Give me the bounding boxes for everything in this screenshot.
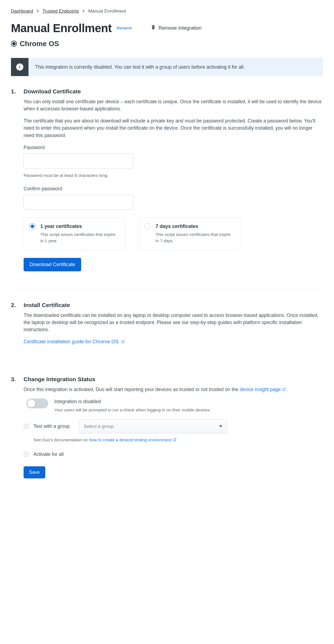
os-label: Chrome OS bbox=[20, 38, 59, 49]
os-subtitle: Chrome OS bbox=[11, 38, 323, 49]
install-guide-link-text: Certificate installation guide for Chrom… bbox=[24, 339, 118, 344]
breadcrumb-item-trusted-endpoints[interactable]: Trusted Endpoints bbox=[43, 8, 79, 15]
cert-option-desc: This script issues certificates that exp… bbox=[40, 231, 119, 244]
step2-para: The downloaded certificate can be instal… bbox=[24, 312, 323, 333]
password-hint: Password must be at least 8 characters l… bbox=[24, 172, 323, 179]
password-input[interactable] bbox=[24, 153, 133, 168]
step3-para-suffix: . bbox=[286, 387, 287, 392]
testing-doc-note: See Duo's documentation on how to create… bbox=[33, 437, 323, 443]
radio-activate-all[interactable] bbox=[24, 451, 29, 457]
chrome-os-icon bbox=[11, 41, 17, 47]
activate-all-label: Activate for all bbox=[33, 451, 64, 458]
breadcrumb-item-dashboard[interactable]: Dashboard bbox=[11, 8, 33, 15]
step1-para1: You can only install one certificate per… bbox=[24, 98, 323, 113]
group-select-placeholder: Select a group bbox=[84, 423, 114, 430]
chevron-right-icon bbox=[82, 8, 85, 14]
group-select[interactable]: Select a group bbox=[79, 419, 227, 434]
page-header: Manual Enrollment Rename Remove Integrat… bbox=[11, 19, 323, 37]
radio-1year[interactable] bbox=[29, 223, 35, 229]
activate-all-row: Activate for all bbox=[24, 451, 323, 458]
cert-option-7days[interactable]: 7 days certificates This script issues c… bbox=[139, 218, 240, 250]
step-1: 1. Download Certificate You can only ins… bbox=[11, 87, 323, 271]
step-heading: Install Certificate bbox=[24, 301, 323, 310]
step1-para2: The certificate that you are about to do… bbox=[24, 117, 323, 139]
confirm-password-input[interactable] bbox=[24, 195, 133, 210]
rename-link[interactable]: Rename bbox=[117, 25, 132, 31]
integration-toggle[interactable] bbox=[26, 398, 48, 408]
breadcrumb: Dashboard Trusted Endpoints Manual Enrol… bbox=[11, 8, 323, 15]
cert-option-title: 1 year certificates bbox=[40, 223, 119, 230]
trash-icon bbox=[151, 24, 156, 32]
step3-para: Once this integration is activated, Duo … bbox=[24, 386, 323, 393]
divider bbox=[11, 289, 323, 289]
device-insight-link-text: device insight page bbox=[240, 387, 281, 392]
page-title: Manual Enrollment bbox=[11, 19, 112, 37]
cert-option-1year[interactable]: 1 year certificates This script issues c… bbox=[24, 218, 125, 250]
step-2: 2. Install Certificate The downloaded ce… bbox=[11, 301, 323, 345]
radio-7days[interactable] bbox=[145, 223, 151, 229]
device-insight-link[interactable]: device insight page bbox=[240, 387, 286, 392]
caret-down-icon bbox=[219, 425, 222, 427]
integration-status-title: Integration is disabled bbox=[54, 398, 210, 405]
confirm-password-label: Confirm password bbox=[24, 185, 323, 192]
external-link-icon bbox=[173, 437, 177, 441]
cert-option-desc: This script issues certificates that exp… bbox=[155, 231, 234, 244]
install-guide-link[interactable]: Certificate installation guide for Chrom… bbox=[24, 339, 125, 344]
step-heading: Change Integration Status bbox=[24, 375, 323, 384]
info-icon-container: i bbox=[11, 58, 29, 76]
step-heading: Download Certificate bbox=[24, 87, 323, 96]
download-certificate-button[interactable]: Download Certificate bbox=[24, 258, 81, 271]
external-link-icon bbox=[121, 338, 125, 342]
info-icon: i bbox=[16, 63, 23, 71]
breadcrumb-current: Manual Enrollment bbox=[88, 8, 126, 15]
info-banner: i This integration is currently disabled… bbox=[11, 58, 323, 76]
external-link-icon bbox=[282, 386, 286, 390]
step-number: 2. bbox=[11, 301, 17, 345]
step-3: 3. Change Integration Status Once this i… bbox=[11, 375, 323, 478]
info-message: This integration is currently disabled. … bbox=[29, 58, 323, 76]
chevron-right-icon bbox=[36, 8, 39, 14]
integration-disabled-row: Integration is disabled Your users will … bbox=[26, 398, 323, 413]
remove-integration-button[interactable]: Remove Integration bbox=[151, 24, 202, 32]
cert-option-title: 7 days certificates bbox=[155, 223, 234, 230]
step3-para-prefix: Once this integration is activated, Duo … bbox=[24, 387, 240, 392]
divider bbox=[11, 363, 323, 363]
save-button[interactable]: Save bbox=[24, 466, 45, 478]
step-number: 1. bbox=[11, 87, 17, 271]
test-with-group-row: Test with a group Select a group bbox=[24, 419, 323, 434]
password-label: Password bbox=[24, 144, 323, 151]
remove-integration-label: Remove Integration bbox=[158, 24, 202, 32]
integration-status-desc: Your users will be prompted to run a che… bbox=[54, 407, 210, 413]
testing-env-link-text: how to create a desired testing environm… bbox=[89, 437, 172, 442]
test-group-label: Test with a group bbox=[33, 423, 70, 430]
testing-env-link[interactable]: how to create a desired testing environm… bbox=[89, 437, 177, 442]
certificate-duration-options: 1 year certificates This script issues c… bbox=[24, 218, 323, 250]
doc-note-prefix: See Duo's documentation on bbox=[33, 437, 89, 442]
radio-test-group[interactable] bbox=[24, 423, 29, 429]
step-number: 3. bbox=[11, 375, 17, 478]
